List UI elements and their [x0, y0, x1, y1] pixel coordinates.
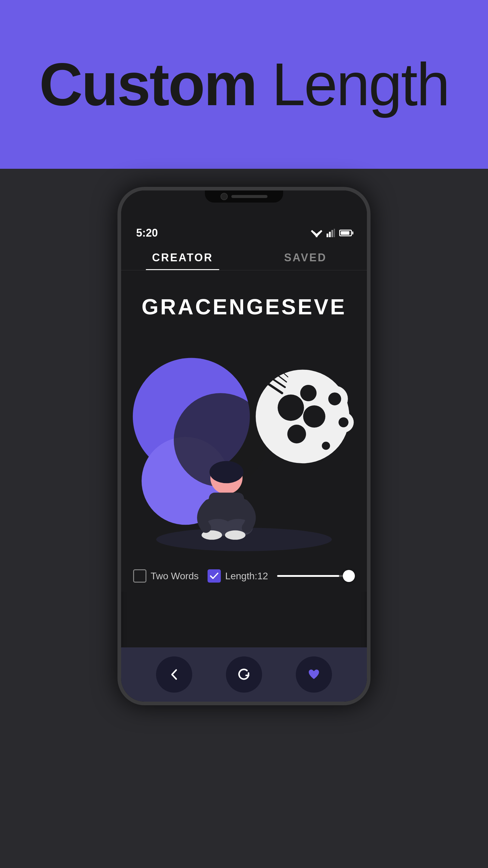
status-icons — [311, 229, 352, 237]
slider-thumb[interactable] — [343, 570, 355, 582]
svg-rect-5 — [331, 230, 333, 237]
svg-rect-6 — [334, 229, 335, 237]
refresh-icon — [236, 667, 252, 682]
camera-dot — [221, 193, 228, 200]
two-words-label: Two Words — [151, 570, 198, 582]
phone-frame: 5:20 — [118, 187, 370, 705]
back-button[interactable] — [156, 656, 192, 692]
tab-creator[interactable]: CREATOR — [121, 242, 244, 270]
svg-point-21 — [303, 405, 325, 428]
svg-point-20 — [278, 395, 304, 421]
signal-icon — [327, 229, 335, 237]
controls-area: Two Words Length:12 — [121, 560, 367, 592]
two-words-checkbox[interactable] — [133, 569, 147, 583]
phone-top-bar — [121, 190, 367, 221]
slider-fill — [277, 575, 339, 577]
length-label: Length:12 — [225, 570, 268, 582]
svg-point-23 — [300, 385, 317, 401]
bottom-section: 5:20 — [0, 169, 488, 868]
heart-icon — [306, 667, 321, 682]
checkmark-icon — [210, 572, 218, 579]
two-words-checkbox-item[interactable]: Two Words — [133, 569, 198, 583]
battery-fill — [341, 231, 350, 235]
svg-point-13 — [209, 461, 243, 484]
length-slider[interactable] — [277, 575, 355, 577]
status-time: 5:20 — [136, 227, 158, 239]
illustration-area — [121, 331, 367, 560]
tab-saved[interactable]: SAVED — [244, 242, 367, 270]
svg-point-27 — [338, 417, 349, 427]
svg-rect-4 — [329, 232, 331, 237]
length-checkbox-item[interactable]: Length:12 — [207, 569, 268, 583]
username-text: GRACENGESEVE — [133, 294, 355, 319]
heart-button[interactable] — [296, 656, 332, 692]
banner-title: Custom Length — [39, 50, 449, 119]
bottom-action-bar — [121, 647, 367, 702]
refresh-button[interactable] — [226, 656, 262, 692]
svg-point-29 — [322, 441, 330, 450]
wifi-icon — [311, 229, 322, 237]
camera-notch — [205, 190, 283, 203]
username-display: GRACENGESEVE — [121, 270, 367, 331]
length-checkbox[interactable] — [207, 569, 221, 583]
volume-button — [368, 275, 370, 305]
phone-content: GRACENGESEVE — [121, 270, 367, 592]
banner-bold: Custom — [39, 51, 256, 118]
top-banner: Custom Length — [0, 0, 488, 169]
svg-point-25 — [328, 393, 341, 405]
battery-icon — [339, 230, 352, 236]
tab-nav: CREATOR SAVED — [121, 242, 367, 270]
speaker-bar — [231, 195, 267, 198]
illustration-svg — [121, 331, 367, 560]
svg-rect-3 — [327, 234, 328, 237]
status-bar: 5:20 — [121, 221, 367, 242]
svg-line-33 — [273, 364, 288, 377]
banner-light: Length — [272, 51, 449, 118]
back-icon — [167, 667, 182, 682]
svg-point-22 — [287, 425, 306, 443]
svg-point-18 — [225, 530, 246, 540]
